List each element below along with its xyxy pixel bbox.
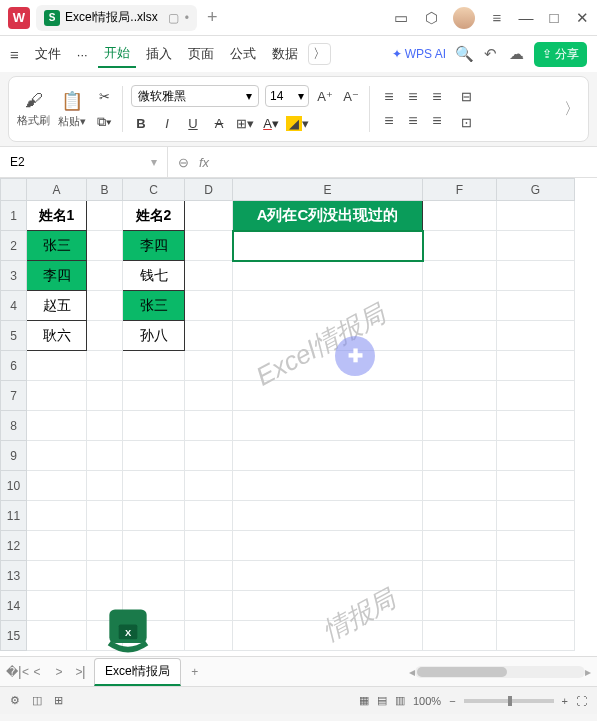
copy-button[interactable]: ⧉▾ bbox=[94, 112, 114, 132]
sheet-nav-next[interactable]: > bbox=[50, 665, 68, 679]
mascot-image[interactable]: X bbox=[100, 602, 156, 656]
menu-icon[interactable]: ≡ bbox=[489, 10, 505, 26]
zoom-in-button[interactable]: + bbox=[562, 695, 568, 707]
cell[interactable] bbox=[423, 561, 497, 591]
row-header[interactable]: 6 bbox=[1, 351, 27, 381]
cell[interactable] bbox=[87, 411, 123, 441]
cell[interactable] bbox=[87, 201, 123, 231]
app-logo[interactable]: W bbox=[8, 7, 30, 29]
row-header[interactable]: 15 bbox=[1, 621, 27, 651]
cell[interactable] bbox=[497, 201, 575, 231]
cell[interactable] bbox=[233, 321, 423, 351]
menu-file[interactable]: 文件 bbox=[29, 41, 67, 67]
row-header[interactable]: 2 bbox=[1, 231, 27, 261]
font-select[interactable]: 微软雅黑▾ bbox=[131, 85, 259, 107]
status-icon[interactable]: ◫ bbox=[32, 694, 42, 707]
zoom-label[interactable]: 100% bbox=[413, 695, 441, 707]
cell[interactable] bbox=[27, 531, 87, 561]
col-header-f[interactable]: F bbox=[423, 179, 497, 201]
horizontal-scrollbar[interactable]: ◂ ▸ bbox=[208, 665, 591, 679]
col-header-a[interactable]: A bbox=[27, 179, 87, 201]
cell[interactable] bbox=[185, 291, 233, 321]
sheet-tab[interactable]: Excel情报局 bbox=[94, 658, 181, 686]
sheet-nav-prev[interactable]: < bbox=[28, 665, 46, 679]
cell[interactable] bbox=[87, 321, 123, 351]
sheet-nav-last[interactable]: >ǀ bbox=[72, 665, 90, 679]
cell[interactable] bbox=[497, 261, 575, 291]
cell[interactable] bbox=[423, 381, 497, 411]
cell[interactable] bbox=[233, 591, 423, 621]
cell[interactable] bbox=[233, 411, 423, 441]
cell[interactable] bbox=[233, 381, 423, 411]
cell[interactable] bbox=[233, 261, 423, 291]
name-box[interactable]: E2▾ bbox=[0, 147, 168, 177]
cell[interactable] bbox=[423, 501, 497, 531]
cell[interactable] bbox=[233, 621, 423, 651]
formula-input[interactable] bbox=[219, 155, 587, 170]
font-size-select[interactable]: 14▾ bbox=[265, 85, 309, 107]
cell[interactable] bbox=[87, 351, 123, 381]
cell[interactable] bbox=[185, 471, 233, 501]
increase-font-button[interactable]: A⁺ bbox=[315, 86, 335, 106]
cube-icon[interactable]: ⬡ bbox=[423, 10, 439, 26]
cell[interactable]: 姓名1 bbox=[27, 201, 87, 231]
cell[interactable] bbox=[27, 411, 87, 441]
menu-insert[interactable]: 插入 bbox=[140, 41, 178, 67]
menu-overflow[interactable]: 〉 bbox=[308, 43, 331, 65]
cell-selected[interactable] bbox=[233, 231, 423, 261]
row-header[interactable]: 14 bbox=[1, 591, 27, 621]
cell[interactable] bbox=[185, 501, 233, 531]
cell[interactable] bbox=[497, 291, 575, 321]
fullscreen-button[interactable]: ⛶ bbox=[576, 695, 587, 707]
cell[interactable] bbox=[123, 411, 185, 441]
cell[interactable] bbox=[123, 531, 185, 561]
row-header[interactable]: 7 bbox=[1, 381, 27, 411]
col-header-c[interactable]: C bbox=[123, 179, 185, 201]
cell[interactable]: 张三 bbox=[27, 231, 87, 261]
book-icon[interactable]: ▭ bbox=[393, 10, 409, 26]
status-icon[interactable]: ⊞ bbox=[54, 694, 63, 707]
sheet-nav-first[interactable]: �ǀ< bbox=[6, 665, 24, 679]
cell[interactable] bbox=[87, 231, 123, 261]
col-header-b[interactable]: B bbox=[87, 179, 123, 201]
cell[interactable] bbox=[123, 381, 185, 411]
maximize-button[interactable]: □ bbox=[547, 10, 561, 26]
fill-color-button[interactable]: ◢▾ bbox=[287, 113, 307, 133]
cell[interactable] bbox=[27, 471, 87, 501]
avatar[interactable] bbox=[453, 7, 475, 29]
cell[interactable] bbox=[185, 261, 233, 291]
minimize-button[interactable]: — bbox=[519, 10, 533, 26]
cell[interactable]: 孙八 bbox=[123, 321, 185, 351]
cell[interactable]: 耿六 bbox=[27, 321, 87, 351]
cell[interactable] bbox=[87, 531, 123, 561]
cell[interactable] bbox=[497, 621, 575, 651]
hamburger-icon[interactable]: ≡ bbox=[10, 46, 19, 63]
cell[interactable] bbox=[87, 561, 123, 591]
cell[interactable] bbox=[423, 201, 497, 231]
cell[interactable] bbox=[185, 381, 233, 411]
cell[interactable] bbox=[423, 321, 497, 351]
history-icon[interactable]: ↶ bbox=[482, 46, 498, 62]
cell[interactable] bbox=[27, 621, 87, 651]
cell[interactable] bbox=[185, 441, 233, 471]
font-color-button[interactable]: A▾ bbox=[261, 113, 281, 133]
cell[interactable] bbox=[423, 351, 497, 381]
cell[interactable] bbox=[123, 441, 185, 471]
menu-page[interactable]: 页面 bbox=[182, 41, 220, 67]
col-header-e[interactable]: E bbox=[233, 179, 423, 201]
format-painter-button[interactable]: 🖌 格式刷 bbox=[17, 90, 50, 128]
tab-marker-icon[interactable]: ▢ bbox=[168, 11, 179, 25]
cell[interactable] bbox=[185, 231, 233, 261]
row-header[interactable]: 13 bbox=[1, 561, 27, 591]
align-middle-button[interactable]: ≡ bbox=[402, 86, 424, 108]
status-icon[interactable]: ⚙ bbox=[10, 694, 20, 707]
cell[interactable] bbox=[185, 561, 233, 591]
spreadsheet-grid[interactable]: A B C D E F G 1 姓名1 姓名2 A列在C列没出现过的 2 张三 … bbox=[0, 178, 597, 656]
ribbon-expand-button[interactable]: 〉 bbox=[564, 99, 580, 120]
search-icon[interactable]: 🔍 bbox=[456, 46, 472, 62]
cell[interactable] bbox=[497, 351, 575, 381]
cell[interactable] bbox=[423, 621, 497, 651]
cell[interactable] bbox=[233, 441, 423, 471]
cell[interactable] bbox=[87, 441, 123, 471]
wps-ai-button[interactable]: ✦WPS AI bbox=[392, 47, 446, 61]
